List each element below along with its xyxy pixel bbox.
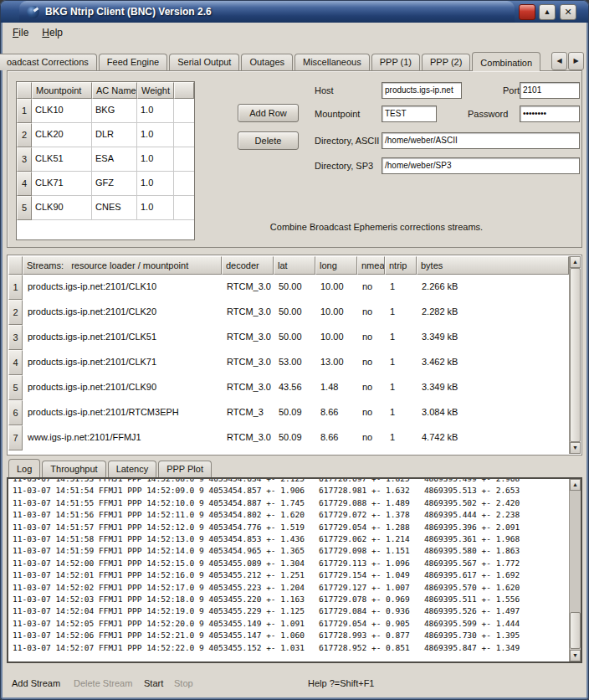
cell-ntrip[interactable]: 1	[385, 375, 417, 400]
delete-button[interactable]: Delete	[238, 131, 299, 150]
port-input[interactable]: 2101	[520, 82, 580, 99]
cell-lat[interactable]: 50.09	[274, 425, 315, 450]
cell-ac-name[interactable]: CNES	[92, 196, 137, 220]
scrollbar-thumb[interactable]	[570, 612, 581, 649]
cell-lat[interactable]: 50.00	[274, 325, 315, 350]
cell-ntrip[interactable]: 1	[385, 325, 417, 350]
tab-log[interactable]: Log	[8, 459, 40, 477]
cell-ntrip[interactable]: 1	[385, 275, 417, 300]
cell-bytes[interactable]: 4.742 kB	[417, 425, 569, 450]
tab-broadcast-corrections[interactable]: oadcast Corrections	[0, 54, 97, 70]
cell-weight[interactable]: 1.0	[137, 147, 174, 172]
scroll-up-button[interactable]: ▲	[570, 256, 581, 268]
cell-bytes[interactable]: 3.349 kB	[417, 325, 569, 350]
tab-feed-engine[interactable]: Feed Engine	[99, 54, 167, 70]
password-input[interactable]: ••••••••	[520, 106, 580, 122]
minimize-button[interactable]	[519, 4, 535, 20]
cell-nmea[interactable]: no	[357, 425, 385, 450]
cell-nmea[interactable]: no	[357, 325, 385, 350]
cell-ntrip[interactable]: 1	[385, 425, 417, 450]
menu-file[interactable]: File	[6, 24, 35, 41]
cell-ntrip[interactable]: 1	[385, 400, 417, 425]
cell-long[interactable]: 1.48	[315, 375, 357, 400]
cell-mountpoint[interactable]: CLK10	[32, 99, 92, 123]
cell-lat[interactable]: 43.56	[274, 375, 315, 400]
scroll-up-button[interactable]: ▲	[570, 479, 581, 491]
scroll-down-button[interactable]: ▼	[570, 650, 581, 661]
log-panel[interactable]: 11-03-07 14:51:53 FFMJ1 PPP 14:52:08.0 9…	[7, 477, 582, 663]
cell-mountpoint[interactable]: products.igs-ip.net:2101/CLK10	[23, 275, 222, 300]
mountpoint-input[interactable]: TEST	[382, 106, 437, 122]
menu-help[interactable]: Help	[35, 24, 69, 41]
cell-bytes[interactable]: 2.282 kB	[417, 300, 569, 325]
directory-ascii-input[interactable]: /home/weber/ASCII	[382, 132, 580, 149]
tab-ppp-2[interactable]: PPP (2)	[422, 54, 470, 70]
cell-weight[interactable]: 1.0	[137, 123, 174, 147]
cell-ntrip[interactable]: 1	[385, 350, 417, 375]
host-input[interactable]: products.igs-ip.net	[382, 82, 462, 99]
cell-long[interactable]: 10.00	[315, 325, 357, 350]
cell-weight[interactable]: 1.0	[137, 99, 174, 123]
cell-mountpoint[interactable]: CLK90	[32, 196, 92, 220]
cell-lat[interactable]: 50.09	[274, 400, 315, 425]
cell-decoder[interactable]: RTCM_3.0	[222, 375, 274, 400]
maximize-button[interactable]: ▲	[539, 4, 556, 20]
cell-mountpoint[interactable]: products.igs-ip.net:2101/CLK51	[23, 325, 222, 350]
cell-lat[interactable]: 53.00	[274, 350, 315, 375]
cell-nmea[interactable]: no	[357, 400, 385, 425]
cell-long[interactable]: 13.00	[315, 350, 357, 375]
cell-long[interactable]: 10.00	[315, 275, 357, 300]
cell-lat[interactable]: 50.00	[274, 275, 315, 300]
cell-long[interactable]: 8.66	[315, 425, 357, 450]
tab-scroll-left-button[interactable]: ◀	[551, 52, 567, 70]
cell-mountpoint[interactable]: products.igs-ip.net:2101/CLK90	[23, 375, 222, 400]
combination-table[interactable]: Mountpoint AC Name Weight 1 CLK10 BKG 1.…	[16, 81, 195, 240]
cell-bytes[interactable]: 3.084 kB	[417, 400, 569, 425]
cell-bytes[interactable]: 3.462 kB	[417, 350, 569, 375]
cell-ac-name[interactable]: DLR	[92, 123, 137, 147]
titlebar[interactable]: BKG Ntrip Client (BNC) Version 2.6 ▲ ✕	[1, 1, 588, 23]
cell-decoder[interactable]: RTCM_3.0	[222, 425, 274, 450]
cell-mountpoint[interactable]: products.igs-ip.net:2101/CLK20	[23, 300, 222, 325]
add-row-button[interactable]: Add Row	[238, 104, 299, 122]
cell-weight[interactable]: 1.0	[137, 172, 174, 196]
cell-decoder[interactable]: RTCM_3.0	[222, 350, 274, 375]
cell-decoder[interactable]: RTCM_3	[222, 400, 274, 425]
cell-decoder[interactable]: RTCM_3.0	[222, 300, 274, 325]
tab-ppp-plot[interactable]: PPP Plot	[158, 461, 212, 477]
tab-scroll-right-button[interactable]: ▶	[568, 52, 584, 70]
cell-nmea[interactable]: no	[357, 275, 385, 300]
cell-mountpoint[interactable]: CLK71	[32, 172, 92, 196]
cell-mountpoint[interactable]: products.igs-ip.net:2101/CLK71	[23, 350, 222, 375]
tab-outages[interactable]: Outages	[241, 54, 293, 70]
tab-miscellaneous[interactable]: Miscellaneous	[294, 54, 370, 70]
cell-mountpoint[interactable]: CLK51	[32, 147, 92, 172]
directory-sp3-input[interactable]: /home/weber/SP3	[382, 157, 580, 174]
scroll-down-button[interactable]: ▼	[570, 442, 581, 454]
start-button[interactable]: Start	[144, 678, 163, 688]
scrollbar-thumb[interactable]	[570, 268, 581, 442]
cell-weight[interactable]: 1.0	[137, 196, 174, 220]
streams-scrollbar[interactable]: ▲ ▼	[569, 256, 581, 454]
cell-ntrip[interactable]: 1	[385, 300, 417, 325]
log-scrollbar[interactable]: ▲ ▼	[569, 479, 581, 661]
cell-ac-name[interactable]: GFZ	[92, 172, 137, 196]
cell-bytes[interactable]: 3.349 kB	[417, 375, 569, 400]
close-button[interactable]: ✕	[560, 4, 576, 20]
cell-mountpoint[interactable]: products.igs-ip.net:2101/RTCM3EPH	[23, 400, 222, 425]
cell-long[interactable]: 10.00	[315, 300, 357, 325]
cell-nmea[interactable]: no	[357, 300, 385, 325]
tab-combination[interactable]: Combination	[472, 52, 540, 71]
add-stream-button[interactable]: Add Stream	[12, 678, 60, 688]
cell-mountpoint[interactable]: CLK20	[32, 123, 92, 147]
cell-bytes[interactable]: 2.266 kB	[417, 275, 569, 300]
cell-decoder[interactable]: RTCM_3.0	[222, 325, 274, 350]
tab-serial-output[interactable]: Serial Output	[169, 54, 239, 70]
cell-mountpoint[interactable]: www.igs-ip.net:2101/FFMJ1	[23, 425, 222, 450]
cell-nmea[interactable]: no	[357, 375, 385, 400]
cell-ac-name[interactable]: ESA	[92, 147, 137, 172]
cell-long[interactable]: 8.66	[315, 400, 357, 425]
cell-decoder[interactable]: RTCM_3.0	[222, 275, 274, 300]
cell-ac-name[interactable]: BKG	[92, 99, 137, 123]
cell-nmea[interactable]: no	[357, 350, 385, 375]
